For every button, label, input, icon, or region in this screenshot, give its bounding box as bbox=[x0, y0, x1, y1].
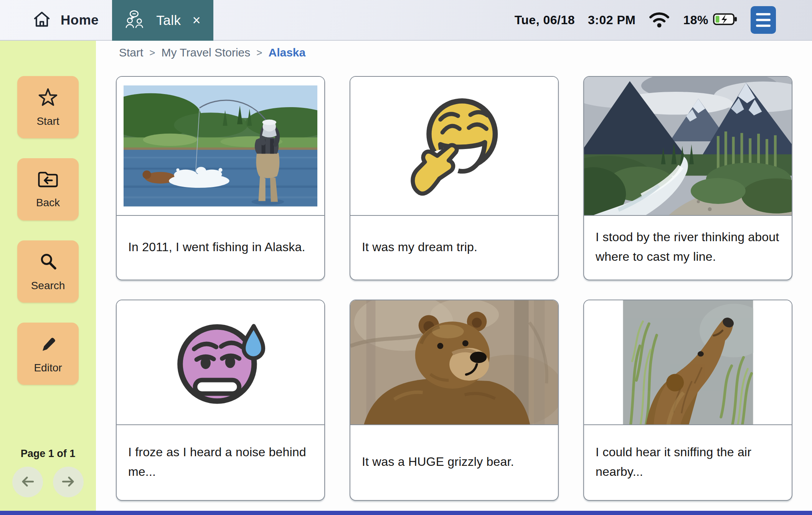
story-card-froze[interactable]: I froze as I heard a noise behind me... bbox=[116, 300, 325, 501]
story-card-text: It was my dream trip. bbox=[350, 216, 558, 280]
story-card-grizzly[interactable]: It was a HUGE grizzly bear. bbox=[350, 300, 559, 501]
talk-tab-label: Talk bbox=[156, 13, 181, 28]
talk-app-screen: Home Talk × Tue bbox=[0, 0, 812, 515]
top-bar: Home Talk × Tue bbox=[0, 0, 812, 41]
star-icon bbox=[38, 87, 58, 108]
page-indicator: Page 1 of 1 bbox=[0, 448, 96, 460]
arrow-left-icon bbox=[19, 473, 36, 492]
grinning-face-pointing-hand-emoji bbox=[350, 77, 558, 216]
sidebar-item-label: Editor bbox=[34, 362, 62, 374]
story-card-text: It was a HUGE grizzly bear. bbox=[350, 425, 558, 500]
status-group: Tue, 06/18 3:02 PM 18% bbox=[515, 0, 812, 40]
sidebar: Start Back Search bbox=[0, 41, 96, 515]
home-label: Home bbox=[61, 12, 99, 28]
story-card-fishing[interactable]: In 2011, I went fishing in Alaska. bbox=[116, 76, 325, 280]
fishing-in-alaska-photo bbox=[117, 77, 324, 216]
wifi-icon bbox=[649, 10, 670, 30]
story-card-text: In 2011, I went fishing in Alaska. bbox=[117, 216, 324, 280]
tab-talk[interactable]: Talk × bbox=[112, 0, 213, 41]
search-icon bbox=[38, 252, 58, 273]
story-card-text: I could hear it sniffing the air nearby.… bbox=[584, 425, 792, 500]
status-time: 3:02 PM bbox=[588, 13, 635, 27]
prev-page-button[interactable] bbox=[12, 467, 43, 497]
close-icon[interactable]: × bbox=[193, 13, 201, 27]
sidebar-item-start[interactable]: Start bbox=[17, 76, 79, 138]
page-navigation: Page 1 of 1 bbox=[0, 448, 96, 497]
story-card-river[interactable]: I stood by the river thinking about wher… bbox=[583, 76, 792, 280]
anxious-face-with-sweat-emoji bbox=[117, 300, 324, 425]
arrow-right-icon bbox=[59, 473, 77, 492]
pencil-icon bbox=[38, 334, 58, 355]
breadcrumb: Start > My Travel Stories > Alaska bbox=[119, 46, 305, 59]
sidebar-item-search[interactable]: Search bbox=[17, 240, 79, 303]
sidebar-item-label: Start bbox=[36, 115, 59, 128]
hamburger-menu-button[interactable] bbox=[751, 6, 776, 34]
breadcrumb-separator: > bbox=[149, 47, 155, 59]
sidebar-item-back[interactable]: Back bbox=[17, 158, 79, 220]
folder-back-icon bbox=[37, 170, 59, 190]
battery-charging-icon bbox=[713, 13, 738, 27]
breadcrumb-start[interactable]: Start bbox=[119, 46, 143, 59]
story-card-text: I froze as I heard a noise behind me... bbox=[117, 425, 324, 500]
grizzly-bear-photo bbox=[350, 300, 558, 425]
next-page-button[interactable] bbox=[53, 467, 84, 497]
sidebar-item-editor[interactable]: Editor bbox=[17, 323, 79, 385]
battery-percent: 18% bbox=[683, 13, 708, 27]
breadcrumb-separator: > bbox=[256, 47, 262, 59]
house-icon bbox=[32, 10, 51, 30]
story-card-dream-trip[interactable]: It was my dream trip. bbox=[350, 76, 559, 280]
bear-sniffing-air-photo bbox=[584, 300, 792, 425]
status-date: Tue, 06/18 bbox=[515, 13, 575, 27]
story-card-text: I stood by the river thinking about wher… bbox=[584, 216, 792, 280]
breadcrumb-current: Alaska bbox=[268, 46, 305, 59]
people-chat-icon bbox=[125, 9, 148, 31]
mountain-river-valley-photo bbox=[584, 77, 792, 216]
story-card-sniffing[interactable]: I could hear it sniffing the air nearby.… bbox=[583, 300, 792, 501]
sidebar-item-label: Back bbox=[36, 197, 60, 209]
breadcrumb-my-travel-stories[interactable]: My Travel Stories bbox=[162, 46, 251, 59]
battery-status: 18% bbox=[683, 13, 738, 27]
home-button[interactable]: Home bbox=[32, 0, 99, 40]
main-content: Start > My Travel Stories > Alaska bbox=[96, 41, 812, 515]
story-card-grid: In 2011, I went fishing in Alaska. bbox=[116, 76, 792, 501]
bottom-accent-bar bbox=[0, 511, 812, 515]
sidebar-item-label: Search bbox=[31, 280, 65, 292]
